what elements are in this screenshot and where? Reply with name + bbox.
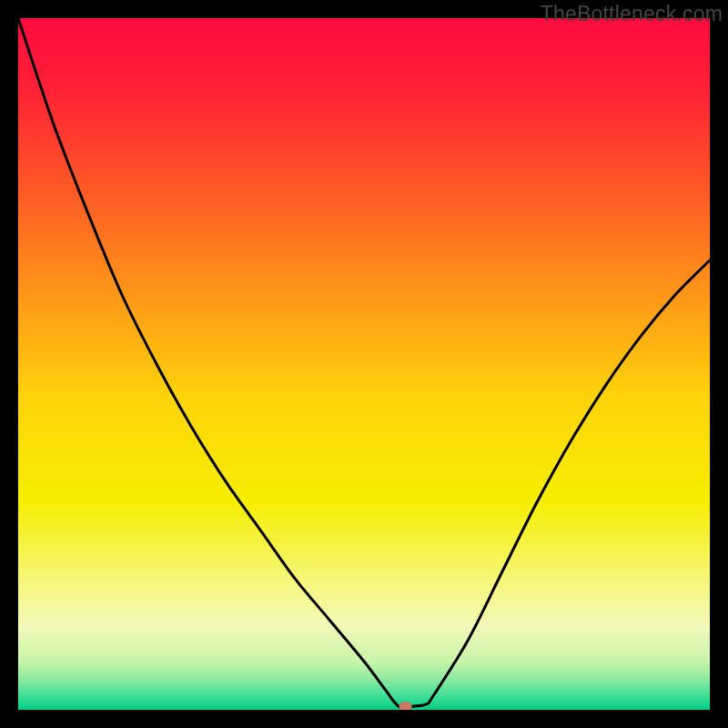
plot-area: [18, 18, 710, 710]
optimum-marker: [399, 702, 412, 710]
watermark-text: TheBottleneck.com: [541, 2, 723, 26]
chart-frame: TheBottleneck.com: [0, 0, 728, 728]
chart-svg: [18, 18, 710, 710]
gradient-background: [18, 18, 710, 710]
